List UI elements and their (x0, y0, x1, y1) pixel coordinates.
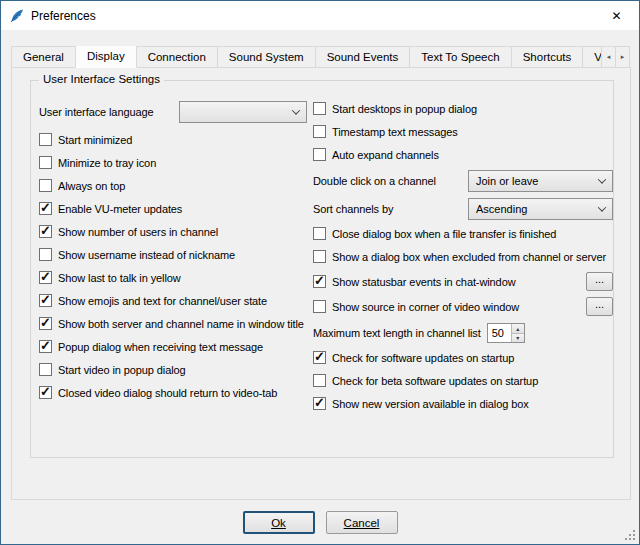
checkbox-box[interactable] (313, 125, 326, 138)
checkbox-label: Enable VU-meter updates (58, 203, 182, 215)
window-title: Preferences (31, 9, 96, 23)
language-combobox[interactable] (179, 101, 307, 123)
checkbox-timestamp-messages[interactable]: Timestamp text messages (313, 124, 613, 139)
checkbox-box[interactable] (39, 156, 52, 169)
user-interface-settings-group: User Interface Settings User interface l… (30, 80, 614, 458)
checkbox-update-check[interactable]: Check for software updates on startup (313, 350, 613, 365)
tab-text-to-speech[interactable]: Text To Speech (409, 46, 511, 68)
checkbox-start-minimized[interactable]: Start minimized (39, 132, 307, 147)
ok-button-label: Ok (271, 517, 286, 529)
checkbox-video-source-corner[interactable] (313, 300, 326, 313)
checkbox-box[interactable] (39, 271, 52, 284)
checkbox-box[interactable] (39, 202, 52, 215)
checkbox-label: Closed video dialog should return to vid… (58, 387, 277, 399)
language-row: User interface language (39, 101, 307, 123)
group-title: User Interface Settings (39, 73, 164, 85)
checkbox-label: Show a dialog box when excluded from cha… (332, 251, 606, 263)
checkbox-label: Show both server and channel name in win… (58, 318, 304, 330)
tab-bar: General Display Connection Sound System … (11, 46, 605, 68)
checkbox-server-channel-title[interactable]: Show both server and channel name in win… (39, 316, 307, 331)
tab-sound-system[interactable]: Sound System (217, 46, 316, 68)
checkbox-label: Close dialog box when a file transfer is… (332, 228, 556, 240)
tab-shortcuts[interactable]: Shortcuts (511, 46, 584, 68)
checkbox-popup-text-message[interactable]: Popup dialog when receiving text message (39, 339, 307, 354)
checkbox-label: Start video in popup dialog (58, 364, 186, 376)
checkbox-close-file-transfer[interactable]: Close dialog box when a file transfer is… (313, 226, 613, 241)
checkbox-box[interactable] (39, 363, 52, 376)
checkbox-minimize-to-tray[interactable]: Minimize to tray icon (39, 155, 307, 170)
resize-grip[interactable] (625, 530, 635, 540)
chevron-down-icon (598, 203, 606, 211)
sort-channels-row: Sort channels by Ascending (313, 198, 613, 220)
checkbox-label: Always on top (58, 180, 125, 192)
max-text-length-spinner[interactable]: 50 ▴ ▾ (487, 323, 525, 343)
max-text-length-row: Maximum text length in channel list 50 ▴… (313, 322, 613, 344)
checkbox-box[interactable] (313, 227, 326, 240)
close-icon[interactable]: ✕ (594, 1, 639, 30)
checkbox-box[interactable] (39, 340, 52, 353)
checkbox-label: Popup dialog when receiving text message (58, 341, 263, 353)
checkbox-box[interactable] (313, 374, 326, 387)
checkbox-box[interactable] (313, 102, 326, 115)
checkbox-box[interactable] (313, 148, 326, 161)
checkbox-last-talk-yellow[interactable]: Show last to talk in yellow (39, 270, 307, 285)
tab-sound-events[interactable]: Sound Events (315, 46, 411, 68)
cancel-button[interactable]: Cancel (326, 511, 398, 534)
checkbox-always-on-top[interactable]: Always on top (39, 178, 307, 193)
spinner-down-icon[interactable]: ▾ (512, 334, 524, 343)
sort-channels-label: Sort channels by (313, 203, 393, 215)
dialog-button-row: Ok Cancel (1, 511, 639, 534)
checkbox-statusbar-events[interactable] (313, 275, 326, 288)
checkbox-box[interactable] (39, 317, 52, 330)
spinner-up-icon[interactable]: ▴ (512, 324, 524, 334)
checkbox-show-user-count[interactable]: Show number of users in channel (39, 224, 307, 239)
app-feather-icon (9, 8, 25, 24)
checkbox-show-emojis[interactable]: Show emojis and text for channel/user st… (39, 293, 307, 308)
checkbox-label: Show emojis and text for channel/user st… (58, 295, 267, 307)
spinner-arrows: ▴ ▾ (511, 324, 524, 342)
checkbox-box[interactable] (313, 351, 326, 364)
checkbox-video-return-tab[interactable]: Closed video dialog should return to vid… (39, 385, 307, 400)
checkbox-beta-update-check[interactable]: Check for beta software updates on start… (313, 373, 613, 388)
checkbox-box[interactable] (39, 248, 52, 261)
cancel-button-label: Cancel (344, 517, 380, 529)
checkbox-label: Check for software updates on startup (332, 352, 514, 364)
checkbox-label: Show username instead of nickname (58, 249, 235, 261)
tab-scroll-right-icon[interactable]: ▸ (615, 46, 630, 68)
tab-connection[interactable]: Connection (136, 46, 218, 68)
checkbox-new-version-dialog[interactable]: Show new version available in dialog box (313, 396, 613, 411)
double-click-combobox[interactable]: Join or leave (468, 170, 613, 192)
double-click-row: Double click on a channel Join or leave (313, 170, 613, 192)
checkbox-label: Start minimized (58, 134, 132, 146)
max-text-length-label: Maximum text length in channel list (313, 327, 481, 339)
checkbox-excluded-dialog[interactable]: Show a dialog box when excluded from cha… (313, 249, 613, 264)
preferences-dialog: { "window": { "title": "Preferences", "c… (0, 0, 640, 545)
statusbar-events-browse-button[interactable]: ... (586, 272, 613, 291)
tab-scroll-left-icon[interactable]: ◂ (601, 46, 616, 68)
checkbox-label: Minimize to tray icon (58, 157, 156, 169)
max-text-length-value[interactable]: 50 (488, 324, 511, 342)
checkbox-box[interactable] (313, 250, 326, 263)
ok-button[interactable]: Ok (243, 511, 315, 534)
title-bar[interactable]: Preferences (1, 1, 639, 30)
checkbox-box[interactable] (313, 397, 326, 410)
tab-display[interactable]: Display (75, 46, 137, 68)
tab-general[interactable]: General (11, 46, 76, 68)
double-click-value: Join or leave (476, 175, 538, 187)
checkbox-box[interactable] (39, 225, 52, 238)
checkbox-label: Show number of users in channel (58, 226, 218, 238)
checkbox-video-popup[interactable]: Start video in popup dialog (39, 362, 307, 377)
tab-scroller: ◂ ▸ (602, 46, 630, 68)
checkbox-label: Show statusbar events in chat-window (332, 276, 516, 288)
sort-channels-combobox[interactable]: Ascending (468, 198, 613, 220)
checkbox-label: Timestamp text messages (332, 126, 458, 138)
video-source-browse-button[interactable]: ... (586, 297, 613, 316)
checkbox-box[interactable] (39, 294, 52, 307)
checkbox-show-username[interactable]: Show username instead of nickname (39, 247, 307, 262)
checkbox-box[interactable] (39, 386, 52, 399)
checkbox-vu-meter-updates[interactable]: Enable VU-meter updates (39, 201, 307, 216)
checkbox-box[interactable] (39, 133, 52, 146)
checkbox-box[interactable] (39, 179, 52, 192)
checkbox-auto-expand-channels[interactable]: Auto expand channels (313, 147, 613, 162)
checkbox-desktops-popup[interactable]: Start desktops in popup dialog (313, 101, 613, 116)
